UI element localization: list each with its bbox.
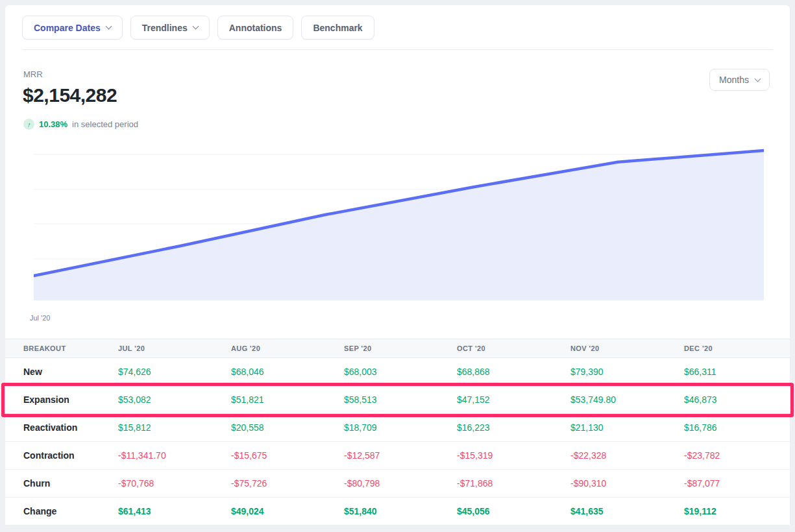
table-row-change: Change$61,413$49,024$51,840$45,056$41,63… bbox=[5, 498, 790, 526]
chevron-down-icon bbox=[755, 75, 761, 82]
cell-value: -$70,768 bbox=[118, 478, 231, 489]
cell-value: $68,046 bbox=[231, 367, 344, 377]
cell-value: $74,626 bbox=[118, 367, 231, 377]
cell-value: -$23,782 bbox=[684, 450, 790, 461]
metric-label: MRR bbox=[23, 69, 43, 79]
annotations-button[interactable]: Annotations bbox=[217, 16, 294, 40]
row-label: Churn bbox=[23, 478, 118, 489]
cell-value: $15,812 bbox=[118, 422, 231, 433]
cell-value: $79,390 bbox=[570, 367, 684, 377]
toolbar-divider bbox=[22, 49, 773, 50]
metric-value: $2,154,282 bbox=[23, 84, 117, 106]
cell-value: $53,749.80 bbox=[570, 394, 684, 405]
row-label: New bbox=[23, 367, 118, 377]
row-label: Change bbox=[23, 506, 118, 516]
column-header: SEP '20 bbox=[344, 345, 457, 352]
breakout-rows: New$74,626$68,046$68,003$68,868$79,390$6… bbox=[5, 358, 790, 526]
cell-value: $46,873 bbox=[684, 394, 790, 405]
cell-value: $16,786 bbox=[684, 422, 790, 433]
cell-value: -$15,675 bbox=[231, 450, 344, 461]
cell-value: $53,082 bbox=[118, 394, 231, 405]
cell-value: $21,130 bbox=[570, 422, 684, 433]
cell-value: -$71,868 bbox=[457, 478, 570, 489]
cell-value: $45,056 bbox=[457, 506, 570, 516]
cell-value: -$12,587 bbox=[344, 450, 457, 461]
cell-value: $68,003 bbox=[344, 367, 457, 377]
cell-value: -$22,328 bbox=[570, 450, 684, 461]
benchmark-button[interactable]: Benchmark bbox=[301, 16, 374, 40]
cell-value: $51,840 bbox=[344, 506, 457, 516]
analytics-card: Compare Dates Trendlines Annotations Ben… bbox=[5, 5, 790, 526]
table-row-new: New$74,626$68,046$68,003$68,868$79,390$6… bbox=[5, 358, 790, 386]
interval-select[interactable]: Months bbox=[709, 69, 770, 91]
cell-value: $18,709 bbox=[344, 422, 457, 433]
table-row-reactivation: Reactivation$15,812$20,558$18,709$16,223… bbox=[5, 414, 790, 442]
cell-value: $47,152 bbox=[457, 394, 570, 405]
column-header: AUG '20 bbox=[231, 345, 344, 352]
row-label: Expansion bbox=[23, 394, 118, 405]
cell-value: $61,413 bbox=[118, 506, 231, 516]
trendlines-label: Trendlines bbox=[142, 23, 188, 33]
row-label: Reactivation bbox=[23, 422, 118, 433]
column-header: DEC '20 bbox=[684, 345, 790, 352]
chevron-down-icon bbox=[192, 23, 199, 30]
table-header-row: BREAKOUTJUL '20AUG '20SEP '20OCT '20NOV … bbox=[5, 339, 790, 358]
trend-up-icon: ↑ bbox=[23, 119, 34, 130]
cell-value: $16,223 bbox=[457, 422, 570, 433]
cell-value: -$15,319 bbox=[457, 450, 570, 461]
annotations-label: Annotations bbox=[229, 23, 282, 33]
change-suffix: in selected period bbox=[72, 119, 138, 129]
change-percent: 10.38% bbox=[39, 119, 67, 129]
trendlines-button[interactable]: Trendlines bbox=[130, 16, 210, 40]
cell-value: -$11,341.70 bbox=[118, 450, 231, 461]
column-header: NOV '20 bbox=[570, 345, 684, 352]
cell-value: -$90,310 bbox=[570, 478, 684, 489]
column-header: JUL '20 bbox=[118, 345, 231, 352]
chart-toolbar: Compare Dates Trendlines Annotations Ben… bbox=[22, 16, 374, 40]
benchmark-label: Benchmark bbox=[313, 23, 362, 33]
cell-value: $58,513 bbox=[344, 394, 457, 405]
cell-value: -$80,798 bbox=[344, 478, 457, 489]
compare-dates-button[interactable]: Compare Dates bbox=[22, 16, 123, 40]
mrr-chart-svg bbox=[34, 146, 764, 300]
cell-value: $41,635 bbox=[570, 506, 684, 516]
table-row-expansion: Expansion$53,082$51,821$58,513$47,152$53… bbox=[5, 386, 790, 414]
cell-value: $51,821 bbox=[231, 394, 344, 405]
cell-value: -$87,077 bbox=[684, 478, 790, 489]
x-axis-label: Jul '20 bbox=[30, 314, 50, 322]
mrr-chart[interactable] bbox=[34, 146, 764, 300]
breakout-table: BREAKOUTJUL '20AUG '20SEP '20OCT '20NOV … bbox=[5, 339, 790, 526]
table-row-churn: Churn-$70,768-$75,726-$80,798-$71,868-$9… bbox=[5, 470, 790, 498]
cell-value: $66,311 bbox=[684, 367, 790, 377]
chart-area-fill bbox=[34, 151, 764, 300]
cell-value: $20,558 bbox=[231, 422, 344, 433]
row-label: Contraction bbox=[23, 450, 118, 461]
cell-value: $19,112 bbox=[684, 506, 790, 516]
interval-value: Months bbox=[719, 75, 749, 85]
column-header: BREAKOUT bbox=[23, 345, 118, 352]
cell-value: $49,024 bbox=[231, 506, 344, 516]
chevron-down-icon bbox=[105, 23, 112, 30]
cell-value: -$75,726 bbox=[231, 478, 344, 489]
column-header: OCT '20 bbox=[457, 345, 570, 352]
compare-dates-label: Compare Dates bbox=[34, 23, 101, 33]
table-row-contraction: Contraction-$11,341.70-$15,675-$12,587-$… bbox=[5, 442, 790, 470]
cell-value: $68,868 bbox=[457, 367, 570, 377]
metric-change: ↑ 10.38% in selected period bbox=[23, 119, 138, 130]
